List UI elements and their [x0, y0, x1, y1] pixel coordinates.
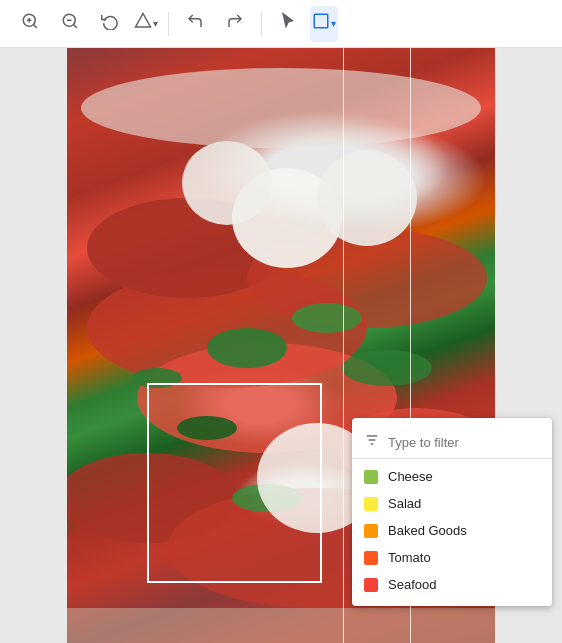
redo-icon: [226, 12, 244, 35]
zoom-out-button[interactable]: [52, 6, 88, 42]
seafood-color-swatch: [364, 578, 378, 592]
toolbar: ▾ ▾: [0, 0, 562, 48]
refresh-icon: [101, 12, 119, 35]
seafood-label: Seafood: [388, 577, 436, 592]
cheese-label: Cheese: [388, 469, 433, 484]
cheese-color-swatch: [364, 470, 378, 484]
rect-arrow-icon: ▾: [331, 18, 336, 29]
baked-goods-label: Baked Goods: [388, 523, 467, 538]
shape-icon: [134, 12, 152, 35]
zoom-in-icon: [21, 12, 39, 35]
svg-point-16: [207, 328, 287, 368]
svg-point-23: [317, 150, 417, 246]
salad-color-swatch: [364, 497, 378, 511]
undo-icon: [186, 12, 204, 35]
label-item-cheese[interactable]: Cheese: [352, 463, 552, 490]
rect-draw-button[interactable]: ▾: [310, 6, 338, 42]
svg-point-26: [81, 68, 481, 148]
svg-point-19: [342, 350, 432, 386]
zoom-in-button[interactable]: [12, 6, 48, 42]
zoom-out-icon: [61, 12, 79, 35]
tomato-color-swatch: [364, 551, 378, 565]
select-button[interactable]: [270, 6, 306, 42]
svg-line-5: [73, 24, 76, 27]
svg-rect-27: [67, 608, 495, 643]
label-item-salad[interactable]: Salad: [352, 490, 552, 517]
filter-icon: [364, 432, 380, 452]
vline-1: [343, 48, 344, 643]
label-dropdown: Cheese Salad Baked Goods Tomato Seafood: [352, 418, 552, 606]
salad-label: Salad: [388, 496, 421, 511]
shape-arrow-icon: ▾: [153, 18, 158, 29]
svg-point-18: [177, 416, 237, 440]
undo-button[interactable]: [177, 6, 213, 42]
redo-button[interactable]: [217, 6, 253, 42]
canvas-area[interactable]: Cheese Salad Baked Goods Tomato Seafood: [0, 48, 562, 643]
label-item-seafood[interactable]: Seafood: [352, 571, 552, 598]
separator-2: [261, 12, 262, 36]
svg-marker-7: [136, 14, 151, 28]
select-icon: [279, 12, 297, 35]
svg-point-21: [132, 368, 182, 388]
svg-line-1: [33, 24, 36, 27]
label-item-tomato[interactable]: Tomato: [352, 544, 552, 571]
separator-1: [168, 12, 169, 36]
svg-point-24: [182, 141, 272, 225]
filter-row: [352, 426, 552, 459]
svg-rect-8: [314, 14, 328, 28]
rect-draw-icon: [312, 12, 330, 35]
label-item-baked-goods[interactable]: Baked Goods: [352, 517, 552, 544]
filter-input[interactable]: [388, 435, 540, 450]
baked-goods-color-swatch: [364, 524, 378, 538]
shape-button[interactable]: ▾: [132, 6, 160, 42]
tomato-label: Tomato: [388, 550, 431, 565]
refresh-button[interactable]: [92, 6, 128, 42]
svg-point-17: [292, 303, 362, 333]
